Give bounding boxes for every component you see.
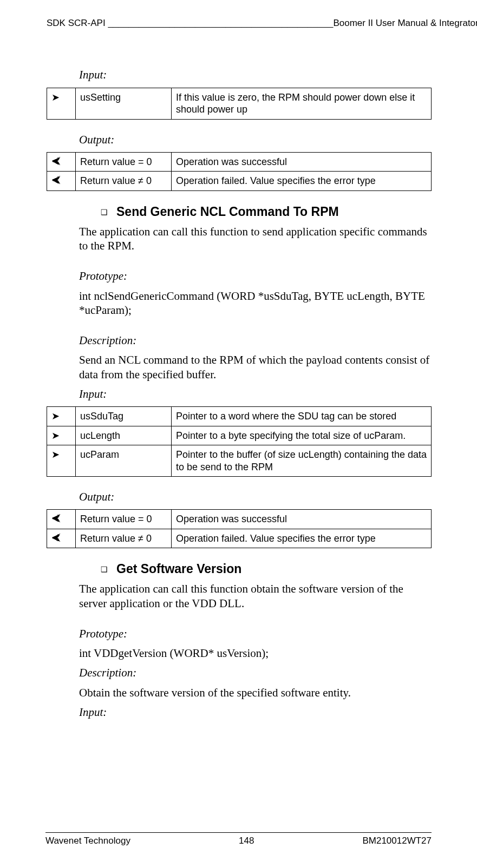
section-intro: The application can call this function o…	[79, 582, 432, 610]
param-desc: Operation failed. Value specifies the er…	[172, 172, 432, 191]
input-table-sec2: ➤ usSduTag Pointer to a word where the S…	[47, 406, 432, 477]
table-row: ➤ ucLength Pointer to a byte specifying …	[47, 426, 432, 445]
footer-right: BM210012WT27	[362, 835, 432, 846]
table-row: ⮜ Return value = 0 Operation was success…	[47, 152, 432, 172]
param-desc: Operation was successful	[172, 510, 432, 529]
output-label: Output:	[79, 490, 432, 504]
description-label: Description:	[79, 333, 432, 347]
section-title: Get Software Version	[116, 561, 241, 577]
param-name: ucParam	[76, 445, 172, 477]
description-label: Description:	[79, 666, 432, 680]
param-name: ucLength	[76, 426, 172, 445]
param-desc: If this value is zero, the RPM should po…	[172, 88, 432, 119]
table-row: ⮜ Return value ≠ 0 Operation failed. Val…	[47, 172, 432, 191]
param-desc: Pointer to a word where the SDU tag can …	[172, 407, 432, 426]
param-name: usSduTag	[76, 407, 172, 426]
prototype-label: Prototype:	[79, 627, 432, 641]
prototype-text: int VDDgetVersion (WORD* usVersion);	[79, 646, 432, 660]
header-right: Boomer II User Manual & Integrator's Gui…	[333, 17, 477, 29]
arrow-left-icon: ⮜	[51, 156, 61, 167]
section-prev-io: Input:	[79, 68, 432, 82]
arrow-right-icon: ➤	[51, 449, 60, 460]
bullet-square-icon: ❑	[101, 562, 108, 576]
table-row: ⮜ Return value = 0 Operation was success…	[47, 510, 432, 529]
section-heading-get-version: ❑ Get Software Version	[101, 561, 432, 577]
section-intro: The application can call this function t…	[79, 225, 432, 253]
table-row: ➤ ucParam Pointer to the buffer (of size…	[47, 445, 432, 477]
arrow-left-icon: ⮜	[51, 533, 61, 544]
page-header: SDK SCR-API ____________________________…	[47, 17, 432, 29]
param-desc: Pointer to a byte specifying the total s…	[172, 426, 432, 445]
arrow-left-icon: ⮜	[51, 514, 61, 524]
param-name: Return value = 0	[76, 152, 172, 172]
param-desc: Operation failed. Value specifies the er…	[172, 529, 432, 548]
output-label: Output:	[79, 133, 432, 147]
arrow-right-icon: ➤	[51, 430, 60, 441]
table-row: ➤ usSduTag Pointer to a word where the S…	[47, 407, 432, 426]
bullet-square-icon: ❑	[101, 205, 108, 219]
input-label: Input:	[79, 387, 432, 401]
footer-center-page-number: 148	[239, 835, 254, 846]
prototype-text: int nclSendGenericCommand (WORD *usSduTa…	[79, 289, 432, 318]
param-desc: Pointer to the buffer (of size ucLength)…	[172, 445, 432, 477]
table-row: ➤ usSetting If this value is zero, the R…	[47, 88, 432, 119]
header-underscore: ________________________________________…	[108, 18, 333, 28]
input-label: Input:	[79, 68, 432, 82]
param-desc: Operation was successful	[172, 152, 432, 172]
description-text: Send an NCL command to the RPM of which …	[79, 353, 432, 382]
header-left: SDK SCR-API ____________________________…	[47, 17, 333, 29]
table-row: ⮜ Return value ≠ 0 Operation failed. Val…	[47, 529, 432, 548]
input-label: Input:	[79, 705, 432, 719]
param-name: usSetting	[76, 88, 172, 119]
footer-left: Wavenet Technology	[45, 835, 130, 846]
arrow-left-icon: ⮜	[51, 175, 61, 186]
param-name: Return value ≠ 0	[76, 529, 172, 548]
page: SDK SCR-API ____________________________…	[0, 0, 477, 868]
param-name: Return value ≠ 0	[76, 172, 172, 191]
output-table-sec2: ⮜ Return value = 0 Operation was success…	[47, 509, 432, 548]
param-name: Return value = 0	[76, 510, 172, 529]
arrow-right-icon: ➤	[51, 92, 60, 103]
header-left-text: SDK SCR-API	[47, 18, 106, 28]
page-footer: Wavenet Technology 148 BM210012WT27	[45, 832, 432, 846]
footer-rule	[45, 832, 432, 833]
description-text: Obtain the software version of the speci…	[79, 686, 432, 700]
arrow-right-icon: ➤	[51, 411, 60, 422]
section-heading-send-generic: ❑ Send Generic NCL Command To RPM	[101, 204, 432, 220]
prototype-label: Prototype:	[79, 269, 432, 283]
section-title: Send Generic NCL Command To RPM	[116, 204, 339, 220]
input-table-prev: ➤ usSetting If this value is zero, the R…	[47, 88, 432, 120]
output-table-prev: ⮜ Return value = 0 Operation was success…	[47, 152, 432, 191]
